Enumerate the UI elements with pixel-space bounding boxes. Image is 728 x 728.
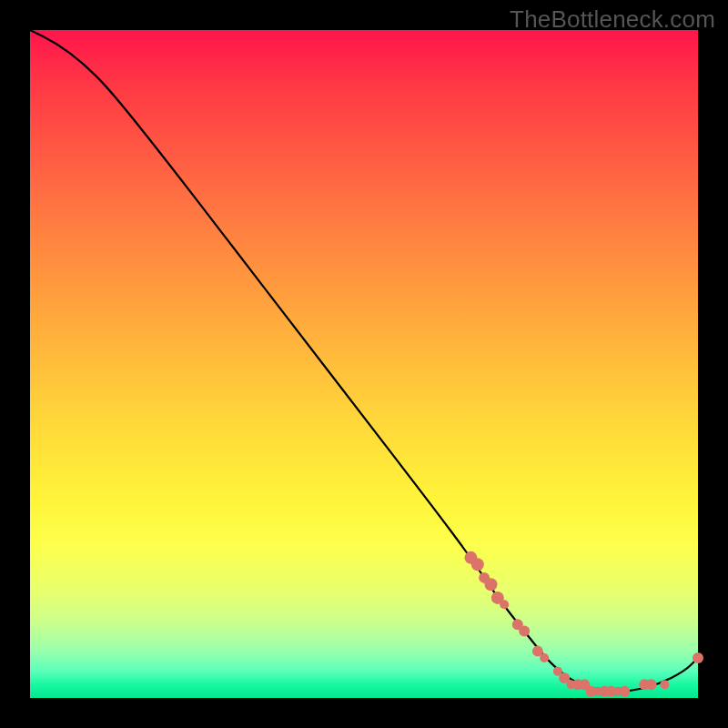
data-marker	[519, 626, 530, 637]
data-marker	[619, 686, 630, 697]
chart-svg	[30, 30, 698, 698]
data-marker	[471, 558, 484, 571]
chart-stage: TheBottleneck.com	[0, 0, 728, 728]
data-marker	[693, 652, 703, 663]
plot-background-gradient	[30, 30, 698, 698]
data-marker	[500, 600, 509, 609]
bottleneck-curve-line	[30, 30, 698, 692]
data-marker	[660, 680, 669, 689]
marker-group	[464, 551, 703, 697]
data-marker	[484, 578, 497, 591]
data-marker	[646, 679, 657, 690]
data-marker	[540, 653, 549, 662]
